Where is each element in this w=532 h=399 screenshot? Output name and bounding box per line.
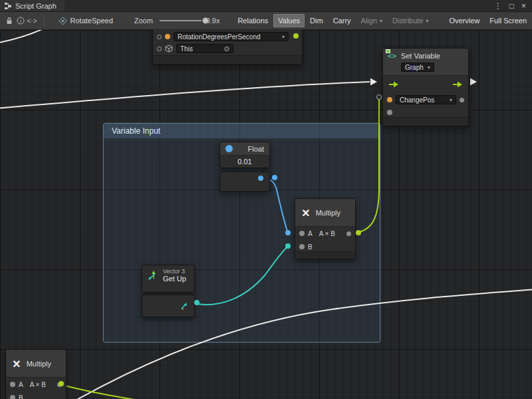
node-variable-unit[interactable]: RotationDegreesPerSecond ▾ This ⊙ (152, 30, 303, 65)
input-port[interactable] (157, 35, 162, 39)
window-title: Script Graph (15, 2, 57, 10)
wire-flow-topleft[interactable] (0, 30, 49, 43)
multiply-icon: × (13, 357, 21, 370)
node-header: Float (220, 142, 269, 156)
port-b[interactable] (10, 395, 15, 399)
port-result-label: A × B (319, 230, 335, 237)
target-field[interactable]: This ⊙ (176, 44, 233, 53)
port-a-label: A (19, 381, 23, 388)
node-multiply[interactable]: × Multiply A A × B B (295, 198, 356, 259)
port-a[interactable] (10, 382, 15, 387)
angle-brackets-icon[interactable]: <·> (27, 15, 37, 27)
tab-script-graph[interactable]: Script Graph (0, 0, 65, 11)
node-type-label: Vector 3 (163, 268, 186, 275)
variable-port[interactable] (387, 97, 392, 102)
node-title: Multiply (27, 360, 51, 368)
port-result-label: A × B (30, 381, 46, 388)
node-get-up[interactable]: Vector 3 Get Up (142, 265, 195, 293)
float-icon (225, 145, 233, 152)
multiply-icon: × (302, 206, 310, 219)
output-port[interactable] (460, 98, 464, 102)
target-label: This (180, 45, 193, 53)
maximize-icon[interactable]: □ (509, 2, 514, 10)
caret-down-icon: ▾ (426, 18, 429, 24)
setvariable-input-port[interactable] (376, 94, 382, 100)
float-value-field[interactable]: 0.01 (220, 156, 269, 168)
node-header: × Multiply (295, 199, 355, 227)
float-output-port[interactable] (258, 176, 263, 181)
caret-down-icon: ▾ (450, 97, 452, 103)
toolbar-divider (44, 16, 45, 26)
scope-label: Graph (405, 64, 424, 71)
connection-dot-multiply-a[interactable] (285, 230, 291, 235)
more-icon[interactable]: ⋮ (494, 2, 502, 10)
wire-multiply2-out[interactable] (57, 384, 148, 399)
group-title[interactable]: Variable Input (104, 124, 380, 138)
zoom-slider-thumb[interactable] (202, 17, 209, 24)
wire-flow-in[interactable] (0, 82, 370, 108)
graph-canvas[interactable]: Variable Input RotationDegreesPerSecond … (0, 30, 532, 399)
node-multiply-2[interactable]: × Multiply A A × B B (5, 349, 66, 399)
graph-breadcrumb[interactable]: RotateSpeed (59, 17, 113, 25)
carry-button[interactable]: Carry (329, 14, 356, 27)
fullscreen-button[interactable]: Full Screen (485, 14, 531, 27)
variable-name: RotationDegreesPerSecond (178, 33, 261, 41)
graph-name: RotateSpeed (70, 17, 113, 25)
port-result[interactable] (346, 231, 351, 236)
connection-dot-variable-out[interactable] (293, 33, 299, 39)
connection-dot-float[interactable] (272, 175, 277, 180)
zoom-slider[interactable] (160, 16, 201, 25)
flow-in-port-icon[interactable] (388, 80, 399, 88)
node-footer (153, 55, 302, 64)
overview-button[interactable]: Overview (445, 14, 485, 27)
node-title: Get Up (163, 275, 186, 283)
variable-name-dropdown[interactable]: RotationDegreesPerSecond ▾ (174, 32, 289, 41)
node-float[interactable]: Float 0.01 (219, 142, 270, 168)
toolbar-buttons: Relations Values Dim Carry Align▾ Distri… (233, 14, 532, 27)
object-picker-icon[interactable]: ⊙ (224, 45, 229, 53)
connection-dot-getup-out[interactable] (194, 300, 200, 305)
info-icon[interactable]: i (16, 15, 25, 27)
node-header: × Multiply (6, 350, 66, 378)
close-icon[interactable]: × (521, 2, 526, 10)
node-header: <> Set Variable Graph ▾ (383, 49, 468, 76)
lock-glyph (5, 17, 13, 25)
port-a-label: A (308, 230, 313, 237)
distribute-button: Distribute▾ (388, 14, 433, 27)
node-title: Float (248, 145, 264, 153)
caret-down-icon: ▾ (380, 18, 382, 24)
node-footer (383, 117, 468, 126)
connection-dot-multiply-b[interactable] (285, 243, 291, 249)
value-port[interactable] (387, 110, 392, 115)
port-a[interactable] (299, 231, 305, 236)
zoom-label: Zoom (134, 17, 153, 25)
relations-button[interactable]: Relations (233, 14, 273, 27)
dim-button[interactable]: Dim (305, 14, 328, 27)
flow-out-port-icon[interactable] (452, 80, 463, 88)
float-output-box[interactable] (219, 172, 270, 192)
caret-down-icon: ▾ (282, 34, 285, 40)
graph-asset-icon (59, 17, 67, 25)
node-set-variable[interactable]: <> Set Variable Graph ▾ ChangePos ▾ (382, 48, 469, 126)
node-header: Vector 3 Get Up (142, 265, 194, 286)
variable-label: ChangePos (400, 96, 434, 104)
input-port[interactable] (157, 47, 162, 51)
variable-dropdown[interactable]: ChangePos ▾ (396, 95, 456, 104)
port-b[interactable] (299, 244, 305, 249)
vector3-icon (147, 270, 158, 281)
connection-dot-multiply2-out[interactable] (59, 381, 64, 386)
values-button[interactable]: Values (273, 14, 305, 27)
caret-down-icon: ▾ (428, 65, 430, 70)
window-titlebar: Script Graph ⋮ □ × (0, 0, 532, 12)
info-glyph: i (17, 17, 25, 25)
vector3-type-icon (180, 302, 188, 311)
variable-scope-dropdown[interactable]: Graph ▾ (401, 63, 434, 72)
svg-text:i: i (20, 18, 21, 24)
lock-icon[interactable] (5, 15, 14, 27)
getup-output-box[interactable] (142, 295, 195, 317)
script-graph-icon (4, 2, 12, 10)
graph-toolbar: i <·> RotateSpeed Zoom 0.9x Relations Va… (0, 12, 532, 30)
set-variable-icon: <> (388, 53, 396, 60)
connection-dot-multiply-out[interactable] (356, 230, 361, 235)
variable-port[interactable] (165, 34, 170, 39)
